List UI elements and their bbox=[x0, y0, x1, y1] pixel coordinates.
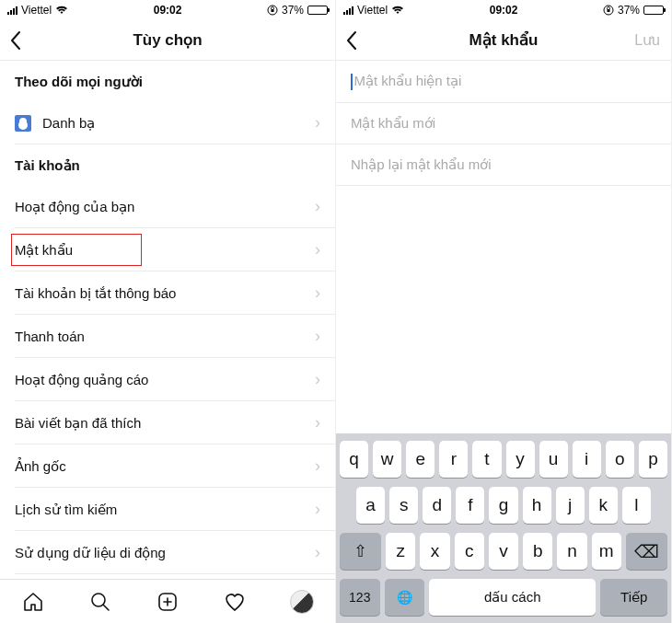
row-liked-posts[interactable]: Bài viết bạn đã thích › bbox=[0, 401, 335, 444]
row-label: Tài khoản bị tắt thông báo bbox=[15, 285, 176, 302]
key-a[interactable]: a bbox=[356, 487, 385, 524]
svg-rect-1 bbox=[271, 9, 273, 12]
shift-key[interactable]: ⇧ bbox=[340, 533, 381, 570]
globe-icon: 🌐 bbox=[397, 590, 412, 605]
status-bar: Viettel 09:02 37% bbox=[0, 0, 335, 20]
home-tab[interactable] bbox=[21, 590, 45, 614]
battery-pct: 37% bbox=[282, 4, 304, 17]
key-y[interactable]: y bbox=[506, 441, 535, 478]
row-contacts[interactable]: Danh bạ › bbox=[0, 101, 335, 144]
placeholder: Mật khẩu hiện tại bbox=[354, 73, 462, 88]
svg-line-3 bbox=[103, 605, 109, 610]
section-account-header: Tài khoản bbox=[0, 144, 335, 185]
keyboard: q w e r t y u i o p a s d f g h j k l ⇧ … bbox=[336, 433, 671, 623]
settings-list[interactable]: Theo dõi mọi người Danh bạ › Tài khoản H… bbox=[0, 61, 335, 579]
row-activity[interactable]: Hoạt động của bạn › bbox=[0, 185, 335, 228]
carrier-label: Viettel bbox=[21, 4, 52, 17]
key-v[interactable]: v bbox=[489, 533, 518, 570]
rotation-lock-icon bbox=[603, 5, 614, 16]
profile-tab[interactable] bbox=[290, 590, 314, 614]
save-button[interactable]: Lưu bbox=[634, 31, 660, 49]
key-z[interactable]: z bbox=[386, 533, 415, 570]
section-follow-header: Theo dõi mọi người bbox=[0, 61, 335, 101]
key-s[interactable]: s bbox=[389, 487, 418, 524]
current-password-field[interactable]: Mật khẩu hiện tại bbox=[336, 61, 671, 103]
signal-icon bbox=[7, 6, 17, 15]
key-d[interactable]: d bbox=[423, 487, 451, 524]
placeholder: Nhập lại mật khẩu mới bbox=[351, 156, 492, 172]
shift-icon: ⇧ bbox=[353, 541, 367, 561]
numbers-key[interactable]: 123 bbox=[340, 579, 380, 616]
key-x[interactable]: x bbox=[420, 533, 449, 570]
nav-header: Tùy chọn bbox=[0, 20, 335, 61]
row-original-photo[interactable]: Ảnh gốc › bbox=[0, 444, 335, 488]
row-label: Ảnh gốc bbox=[15, 458, 66, 475]
row-label: Mật khẩu bbox=[15, 242, 73, 259]
chevron-right-icon: › bbox=[315, 370, 320, 389]
globe-key[interactable]: 🌐 bbox=[385, 579, 425, 616]
row-label: Sử dụng dữ liệu di động bbox=[15, 545, 166, 561]
search-tab[interactable] bbox=[88, 590, 112, 614]
chevron-right-icon: › bbox=[315, 456, 320, 476]
confirm-password-field[interactable]: Nhập lại mật khẩu mới bbox=[336, 144, 671, 186]
key-b[interactable]: b bbox=[523, 533, 552, 570]
row-language[interactable]: Ngôn ngữ › bbox=[0, 574, 335, 579]
tab-bar bbox=[0, 579, 335, 623]
text-cursor bbox=[351, 74, 353, 90]
backspace-key[interactable]: ⌫ bbox=[626, 533, 667, 570]
key-e[interactable]: e bbox=[406, 441, 434, 478]
keyboard-row-3: ⇧ z x c v b n m ⌫ bbox=[340, 533, 667, 570]
row-label: Hoạt động quảng cáo bbox=[15, 372, 148, 388]
activity-tab[interactable] bbox=[223, 590, 247, 614]
return-key[interactable]: Tiếp bbox=[600, 579, 667, 616]
key-c[interactable]: c bbox=[455, 533, 484, 570]
row-payments[interactable]: Thanh toán › bbox=[0, 315, 335, 358]
key-n[interactable]: n bbox=[557, 533, 586, 570]
key-k[interactable]: k bbox=[589, 487, 618, 524]
keyboard-row-2: a s d f g h j k l bbox=[340, 487, 667, 524]
key-g[interactable]: g bbox=[489, 487, 517, 524]
rotation-lock-icon bbox=[267, 5, 278, 16]
keyboard-row-1: q w e r t y u i o p bbox=[340, 441, 667, 478]
clock: 09:02 bbox=[154, 4, 182, 17]
chevron-right-icon: › bbox=[315, 283, 320, 303]
row-search-history[interactable]: Lịch sử tìm kiếm › bbox=[0, 488, 335, 531]
chevron-right-icon: › bbox=[315, 327, 320, 346]
key-u[interactable]: u bbox=[539, 441, 568, 478]
row-password[interactable]: Mật khẩu › bbox=[0, 228, 335, 271]
placeholder: Mật khẩu mới bbox=[351, 115, 435, 131]
key-m[interactable]: m bbox=[592, 533, 621, 570]
wifi-icon bbox=[391, 6, 404, 15]
back-button[interactable] bbox=[9, 30, 22, 51]
phone-password: Viettel 09:02 37% Mật khẩu Lưu Mật khẩu … bbox=[336, 0, 672, 623]
new-post-tab[interactable] bbox=[156, 590, 180, 614]
backspace-icon: ⌫ bbox=[634, 541, 659, 562]
key-j[interactable]: j bbox=[556, 487, 585, 524]
chevron-right-icon: › bbox=[315, 197, 320, 216]
new-password-field[interactable]: Mật khẩu mới bbox=[336, 103, 671, 144]
row-cellular-data[interactable]: Sử dụng dữ liệu di động › bbox=[0, 531, 335, 574]
clock: 09:02 bbox=[490, 4, 518, 17]
key-w[interactable]: w bbox=[373, 441, 401, 478]
row-muted-accounts[interactable]: Tài khoản bị tắt thông báo › bbox=[0, 271, 335, 315]
key-i[interactable]: i bbox=[573, 441, 601, 478]
battery-icon bbox=[643, 6, 664, 15]
chevron-right-icon: › bbox=[315, 500, 320, 519]
contacts-icon bbox=[15, 115, 31, 132]
key-o[interactable]: o bbox=[606, 441, 634, 478]
row-label: Lịch sử tìm kiếm bbox=[15, 502, 117, 518]
page-title: Tùy chọn bbox=[133, 30, 202, 50]
key-t[interactable]: t bbox=[472, 441, 501, 478]
key-h[interactable]: h bbox=[523, 487, 551, 524]
carrier-label: Viettel bbox=[357, 4, 388, 17]
key-f[interactable]: f bbox=[456, 487, 484, 524]
avatar bbox=[290, 590, 314, 614]
row-ad-activity[interactable]: Hoạt động quảng cáo › bbox=[0, 358, 335, 401]
key-l[interactable]: l bbox=[622, 487, 651, 524]
status-bar: Viettel 09:02 37% bbox=[336, 0, 671, 20]
key-q[interactable]: q bbox=[340, 441, 368, 478]
key-p[interactable]: p bbox=[639, 441, 667, 478]
space-key[interactable]: dấu cách bbox=[429, 579, 596, 616]
back-button[interactable] bbox=[345, 30, 358, 51]
key-r[interactable]: r bbox=[439, 441, 468, 478]
